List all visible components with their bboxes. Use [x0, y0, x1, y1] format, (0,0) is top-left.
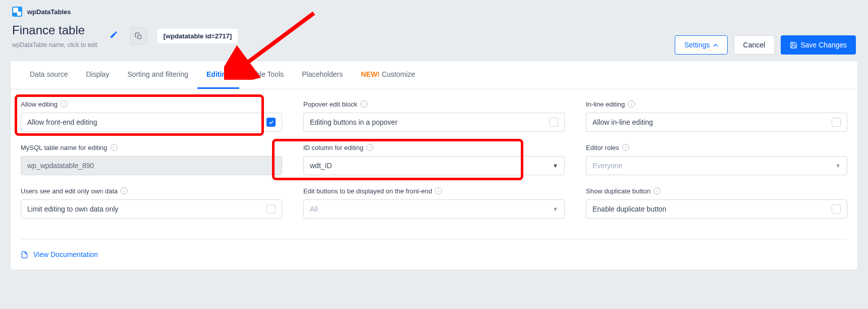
info-icon[interactable]: i	[366, 144, 373, 151]
edit-buttons-group: Edit buttons to be displayed on the fron…	[303, 187, 565, 219]
doc-link-label: View Documentation	[33, 250, 98, 259]
editor-roles-label: Editor roles	[586, 144, 619, 151]
own-data-label: Users see and edit only own data	[21, 188, 118, 194]
chevron-up-icon	[713, 41, 718, 48]
info-icon[interactable]: i	[628, 100, 635, 108]
tab-sorting[interactable]: Sorting and filtering	[118, 61, 197, 89]
editor-roles-value: Everyone	[592, 162, 622, 170]
id-column-select[interactable]: wdt_ID ▼	[303, 156, 565, 175]
cancel-label: Cancel	[743, 41, 766, 49]
inline-value: Allow in-line editing	[592, 118, 653, 126]
settings-button[interactable]: Settings	[675, 35, 728, 55]
popover-value: Editing buttons in a popover	[310, 118, 398, 126]
own-data-group: Users see and edit only own data i Limit…	[21, 187, 282, 219]
popover-label: Popover edit block	[303, 101, 357, 108]
inline-label: In-line editing	[586, 101, 625, 108]
save-button[interactable]: Save Changes	[781, 35, 856, 55]
info-icon[interactable]: i	[435, 187, 442, 194]
allow-editing-checkbox[interactable]	[266, 118, 276, 127]
save-icon	[790, 41, 797, 49]
duplicate-label: Show duplicate button	[586, 188, 650, 194]
info-icon[interactable]: i	[121, 187, 128, 194]
svg-rect-0	[138, 35, 141, 38]
own-data-checkbox[interactable]	[266, 204, 276, 214]
edit-buttons-value: All	[310, 205, 318, 213]
tab-data-source[interactable]: Data source	[21, 61, 77, 89]
shortcode-display: [wpdatatable id=2717]	[157, 29, 238, 43]
id-column-group: ID column for editing i wdt_ID ▼	[303, 144, 565, 175]
allow-editing-value: Allow front-end editing	[27, 118, 97, 126]
own-data-toggle[interactable]: Limit editing to own data only	[21, 199, 282, 219]
tab-table-tools[interactable]: Table Tools	[239, 61, 293, 89]
editor-roles-select[interactable]: Everyone ▼	[586, 156, 847, 175]
mysql-value: wp_wpdatatable_890	[27, 162, 94, 170]
inline-checkbox[interactable]	[832, 118, 841, 127]
id-column-value: wdt_ID	[310, 162, 332, 170]
mysql-input: wp_wpdatatable_890	[21, 156, 282, 175]
mysql-label: MySQL table name for editing	[21, 144, 107, 151]
brand-logo	[12, 7, 22, 17]
document-icon	[21, 251, 28, 259]
caret-down-icon: ▼	[553, 206, 558, 212]
edit-title-icon[interactable]	[107, 28, 120, 43]
cancel-button[interactable]: Cancel	[734, 35, 775, 55]
tab-customize[interactable]: NEW! Customize	[352, 61, 424, 89]
tab-editing[interactable]: Editing	[197, 61, 239, 89]
page-title-hint: wpDataTable name, click to edit	[12, 41, 97, 48]
id-column-label: ID column for editing	[303, 144, 363, 151]
inline-group: In-line editing i Allow in-line editing	[586, 100, 847, 132]
inline-toggle[interactable]: Allow in-line editing	[586, 113, 847, 132]
info-icon[interactable]: i	[622, 144, 629, 151]
editor-roles-group: Editor roles i Everyone ▼	[586, 144, 847, 175]
info-icon[interactable]: i	[360, 100, 367, 108]
duplicate-toggle[interactable]: Enable duplicate button	[586, 199, 847, 219]
save-label: Save Changes	[800, 41, 847, 49]
allow-editing-group: Allow editing i Allow front-end editing	[21, 100, 282, 132]
allow-editing-label: Allow editing	[21, 101, 58, 108]
popover-toggle[interactable]: Editing buttons in a popover	[303, 113, 565, 132]
popover-checkbox[interactable]	[549, 118, 558, 127]
info-icon[interactable]: i	[111, 144, 118, 151]
popover-group: Popover edit block i Editing buttons in …	[303, 100, 565, 132]
edit-buttons-label: Edit buttons to be displayed on the fron…	[303, 188, 432, 194]
tabs: Data source Display Sorting and filterin…	[11, 61, 857, 89]
duplicate-value: Enable duplicate button	[592, 205, 666, 213]
caret-down-icon: ▼	[553, 163, 558, 169]
edit-buttons-select[interactable]: All ▼	[303, 199, 565, 219]
settings-label: Settings	[684, 41, 710, 49]
page-title[interactable]: Finance table	[12, 23, 97, 37]
info-icon[interactable]: i	[654, 187, 661, 194]
info-icon[interactable]: i	[61, 100, 68, 108]
tab-display[interactable]: Display	[77, 61, 118, 89]
copy-shortcode-button[interactable]	[130, 27, 147, 44]
new-badge: NEW!	[361, 70, 379, 78]
view-documentation-link[interactable]: View Documentation	[21, 250, 847, 259]
mysql-group: MySQL table name for editing i wp_wpdata…	[21, 144, 282, 175]
caret-down-icon: ▼	[835, 163, 841, 169]
duplicate-checkbox[interactable]	[832, 204, 841, 214]
duplicate-group: Show duplicate button i Enable duplicate…	[586, 187, 847, 219]
own-data-value: Limit editing to own data only	[27, 205, 119, 213]
brand-name: wpDataTables	[27, 8, 71, 16]
allow-editing-toggle[interactable]: Allow front-end editing	[21, 113, 282, 132]
tab-placeholders[interactable]: Placeholders	[293, 61, 352, 89]
customize-label: Customize	[382, 70, 415, 78]
